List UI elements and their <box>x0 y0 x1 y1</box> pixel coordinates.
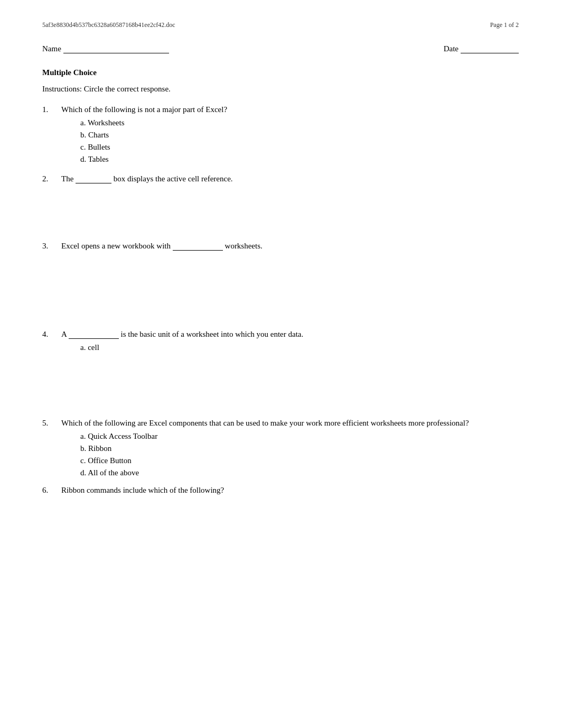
question-text: Which of the following is not a major pa… <box>61 105 519 167</box>
question-item: 5. Which of the following are Excel comp… <box>42 419 519 481</box>
date-field: Date <box>444 44 519 53</box>
name-field: Name <box>42 44 169 53</box>
question-number: 2. <box>42 174 61 183</box>
questions-list: 1. Which of the following is not a major… <box>42 105 519 495</box>
answer-option: d. All of the above <box>80 468 519 477</box>
question-number: 1. <box>42 105 61 114</box>
question-text: Ribbon commands include which of the fol… <box>61 486 519 495</box>
page: 5af3e8830d4b537bc6328a60587168b41ee2cf42… <box>0 0 561 728</box>
answer-option: d. Tables <box>80 155 519 164</box>
instructions: Instructions: Circle the correct respons… <box>42 85 519 94</box>
question-item: 3. Excel opens a new workbook with works… <box>42 242 519 251</box>
answer-option: a. Worksheets <box>80 118 519 127</box>
answer-option: c. Office Button <box>80 456 519 465</box>
question-text: A is the basic unit of a worksheet into … <box>61 330 519 355</box>
question-item: 2. The box displays the active cell refe… <box>42 174 519 183</box>
answer-options: a. Quick Access Toolbar b. Ribbon c. Off… <box>80 432 519 477</box>
answer-option: b. Charts <box>80 131 519 140</box>
answer-option: b. Ribbon <box>80 444 519 453</box>
question-number: 3. <box>42 242 61 251</box>
fill-blank[interactable] <box>69 330 119 339</box>
question-number: 5. <box>42 419 61 428</box>
name-line[interactable] <box>63 44 169 53</box>
section-title: Multiple Choice <box>42 68 519 77</box>
name-label: Name <box>42 44 61 53</box>
answer-options: a. cell <box>80 343 519 352</box>
date-label: Date <box>444 44 459 53</box>
page-header: 5af3e8830d4b537bc6328a60587168b41ee2cf42… <box>42 21 519 29</box>
date-line[interactable] <box>461 44 519 53</box>
question-item: 1. Which of the following is not a major… <box>42 105 519 167</box>
answer-option: a. cell <box>80 343 519 352</box>
question-number: 4. <box>42 330 61 339</box>
fill-blank[interactable] <box>76 175 111 183</box>
question-number: 6. <box>42 486 61 495</box>
answer-options: a. Worksheets b. Charts c. Bullets d. Ta… <box>80 118 519 164</box>
question-item: 4. A is the basic unit of a worksheet in… <box>42 330 519 355</box>
question-item: 6. Ribbon commands include which of the … <box>42 486 519 495</box>
fill-blank[interactable] <box>173 242 223 251</box>
question-text: Excel opens a new workbook with workshee… <box>61 242 519 251</box>
answer-option: a. Quick Access Toolbar <box>80 432 519 441</box>
answer-option: c. Bullets <box>80 143 519 152</box>
name-date-row: Name Date <box>42 42 519 53</box>
filename: 5af3e8830d4b537bc6328a60587168b41ee2cf42… <box>42 21 175 29</box>
question-text: The box displays the active cell referen… <box>61 174 519 183</box>
question-text: Which of the following are Excel compone… <box>61 419 519 481</box>
page-info: Page 1 of 2 <box>490 21 519 29</box>
